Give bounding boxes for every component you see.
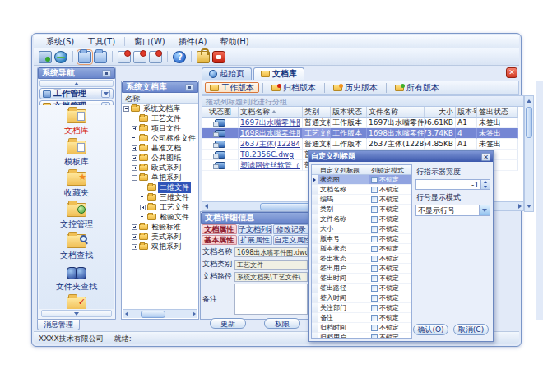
expand-icon[interactable] — [132, 155, 137, 161]
tab-doclibrary[interactable]: 文档库 — [253, 67, 304, 80]
connect-icon[interactable] — [39, 51, 52, 63]
lock-checkbox[interactable] — [371, 196, 378, 203]
close-icon[interactable]: ✕ — [481, 153, 490, 161]
tab-doc-properties[interactable]: 文档属性 — [202, 224, 237, 234]
grid-row-selected[interactable]: 状态图不锁定 — [312, 175, 411, 185]
expand-icon[interactable] — [132, 244, 137, 250]
work-version-button[interactable]: 工作版本 — [205, 82, 259, 93]
expand-icon[interactable] — [132, 234, 137, 240]
scroll-thumb[interactable] — [141, 311, 165, 318]
table-row-selected[interactable]: 1698出水嘴零件图.dwg 工艺文件 工作版本 1698出水嘴零件图.dwg … — [202, 128, 523, 139]
confirm-button[interactable]: 确认(O) — [413, 324, 448, 335]
permission-button[interactable]: 权限 — [264, 318, 300, 329]
lock-checkbox[interactable] — [371, 236, 378, 242]
grid-row[interactable]: 签出路径不锁定 — [312, 284, 411, 293]
grid-row[interactable]: 备注不锁定 — [312, 313, 411, 323]
sidebar-group-work[interactable]: 工作管理 — [39, 88, 114, 99]
collapse-icon[interactable] — [132, 175, 137, 181]
sidebar-item-doclibrary[interactable]: 文档库 — [39, 105, 114, 136]
sidebar-item-foldersearch[interactable]: 文件夹查找 — [39, 261, 114, 293]
collapse-icon[interactable] — [123, 106, 129, 112]
tab-extended-properties[interactable]: 扩展属性 — [238, 235, 273, 245]
archive-version-button[interactable]: 归档版本 — [267, 82, 321, 93]
update-button[interactable]: 更新 — [210, 318, 246, 329]
lock-checkbox[interactable] — [371, 226, 378, 233]
tree-horizontal-scrollbar[interactable] — [123, 309, 197, 318]
doc-link[interactable]: 1698出水嘴零件图.dwg — [240, 128, 300, 139]
sidebar-scroll-up[interactable] — [39, 80, 114, 87]
doc-link[interactable]: 1697出水嘴零件图.dwg — [240, 118, 300, 128]
tab-subdoc-list[interactable]: 子文档列表 — [238, 224, 273, 234]
lock-checkbox[interactable] — [371, 265, 378, 272]
close-icon[interactable]: ✕ — [506, 67, 517, 78]
table-row[interactable]: 1697出水嘴零件图.dwg 普通文档 工作版本 1697出水嘴零件图.dwg … — [202, 118, 523, 128]
expand-icon[interactable] — [132, 165, 137, 171]
tab-basic-properties[interactable]: 基本属性 — [202, 235, 237, 245]
grid-row[interactable]: 签入时间不锁定 — [312, 293, 411, 303]
doc-link[interactable]: 2637主体(12284).dwg — [240, 139, 300, 150]
scroll-up-icon[interactable] — [525, 97, 533, 105]
expand-icon[interactable] — [132, 126, 137, 131]
grid-row[interactable]: 文件名称不锁定 — [312, 214, 411, 224]
lock-checkbox[interactable] — [371, 285, 378, 292]
doc-badge-icon[interactable] — [118, 51, 131, 63]
lock-checkbox[interactable] — [371, 305, 378, 311]
column-header[interactable]: 大小 — [425, 107, 456, 118]
scroll-down-icon[interactable] — [525, 202, 533, 210]
grid-row[interactable]: 编码不锁定 — [312, 195, 411, 205]
sidebar-item-templates[interactable]: 模板库 — [39, 136, 114, 168]
lock-checkbox[interactable] — [371, 206, 378, 213]
expand-icon[interactable] — [140, 205, 146, 210]
grid-row[interactable]: 归档用户不锁定 — [312, 333, 411, 339]
column-header[interactable]: 自定义列标题 — [318, 165, 369, 175]
table-row[interactable]: 2637主体(12284).dwg 普通文档 工作版本 2637主体(12284… — [202, 139, 523, 150]
help-icon[interactable] — [173, 51, 186, 63]
spinner-value[interactable]: -1 — [416, 181, 480, 189]
grid-row[interactable]: 签出用户不锁定 — [312, 264, 411, 274]
sidebar-item-docsearch[interactable]: 文档查找 — [39, 230, 114, 261]
expand-icon[interactable] — [132, 145, 137, 151]
group-by-hint[interactable]: 拖动列标题到此进行分组 — [202, 95, 524, 106]
doc-link[interactable]: 塑滤网铰丝软管（+... — [240, 160, 300, 171]
open-folder-icon[interactable] — [78, 51, 91, 63]
doc-name-field[interactable]: 1698出水嘴零件图.dwg — [234, 247, 308, 257]
menu-help[interactable]: 帮助(H) — [214, 35, 254, 48]
grid-row[interactable]: 签出状态不锁定 — [312, 254, 411, 264]
column-header[interactable]: 文档名称 — [239, 107, 303, 118]
tab-custom-properties[interactable]: 自定义属性 — [273, 235, 309, 245]
lock-checkbox[interactable] — [371, 256, 378, 262]
menu-window[interactable]: 窗口(W) — [128, 35, 171, 48]
row-number-mode-select[interactable]: 不显示行号 — [415, 205, 490, 216]
all-version-button[interactable]: 所有版本 — [390, 82, 444, 93]
doc-remove-icon[interactable] — [149, 51, 162, 63]
lock-checkbox[interactable] — [371, 187, 378, 193]
scroll-left-icon[interactable] — [202, 203, 211, 210]
menu-system[interactable]: 系统(S) — [40, 35, 80, 48]
tree-node[interactable]: 双把系列 — [150, 242, 183, 252]
column-header[interactable]: 文件名称 — [367, 107, 425, 118]
table-vertical-scrollbar[interactable] — [524, 95, 534, 212]
lock-checkbox[interactable] — [371, 275, 378, 282]
lock-checkbox[interactable] — [371, 325, 378, 331]
pin-icon[interactable] — [102, 70, 111, 77]
scroll-right-icon[interactable] — [193, 311, 196, 316]
column-header[interactable]: 版本状态 — [331, 107, 367, 118]
lock-checkbox[interactable] — [371, 216, 378, 223]
lock-checkbox[interactable] — [371, 177, 378, 183]
sidebar-item-favorites[interactable]: ★ 收藏夹 — [39, 168, 114, 199]
column-header[interactable]: 状态图 — [202, 107, 239, 118]
note-textarea[interactable] — [234, 284, 308, 315]
doc-link[interactable]: T8.2356C.dwg — [240, 150, 294, 159]
lock-checkbox[interactable] — [371, 315, 378, 321]
dialog-titlebar[interactable]: 自定义列标题 ✕ — [309, 151, 493, 162]
row-indicator-width-spinner[interactable]: -1 — [415, 179, 490, 190]
tab-change-log[interactable]: 修改记录 — [273, 224, 309, 234]
folder-view-icon[interactable] — [94, 51, 107, 63]
grid-row[interactable]: 关注部门不锁定 — [312, 303, 411, 313]
exit-icon[interactable] — [212, 51, 225, 63]
grid-row[interactable]: 版本号不锁定 — [312, 234, 411, 244]
column-header[interactable]: 类别 — [303, 107, 331, 118]
grid-row[interactable]: 类别不锁定 — [312, 205, 411, 214]
history-version-button[interactable]: 历史版本 — [328, 82, 383, 93]
lock-checkbox[interactable] — [371, 295, 378, 302]
